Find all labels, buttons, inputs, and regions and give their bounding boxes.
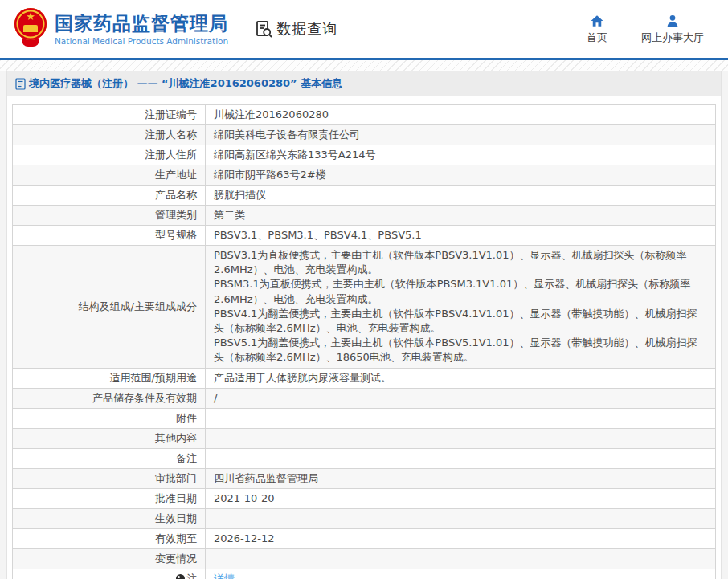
nav-item-home[interactable]: 首页 — [587, 14, 607, 45]
table-row: 注册人名称绵阳美科电子设备有限责任公司 — [13, 125, 716, 145]
table-row: 注册人住所绵阳高新区绵兴东路133号A214号 — [13, 145, 716, 165]
table-row: 备注 — [13, 448, 716, 468]
table-row: 产品名称膀胱扫描仪 — [13, 186, 716, 206]
nav-label-service-hall: 网上办事大厅 — [641, 31, 704, 45]
data-query-label: 数据查询 — [276, 19, 337, 39]
national-emblem-icon: ★ — [14, 8, 47, 50]
row-value — [206, 548, 716, 569]
info-table: 注册证编号川械注准20162060280注册人名称绵阳美科电子设备有限责任公司注… — [12, 104, 716, 579]
row-value: / — [206, 388, 716, 408]
nav-item-service-hall[interactable]: 网上办事大厅 — [641, 14, 704, 45]
row-value: 绵阳高新区绵兴东路133号A214号 — [206, 145, 716, 165]
table-row: 附件 — [13, 408, 716, 428]
row-label: 变更情况 — [13, 548, 206, 569]
user-icon — [665, 14, 680, 28]
table-row: 管理类别第二类 — [13, 206, 716, 226]
row-value: PBSV3.1、PBSM3.1、PBSV4.1、PBSV5.1 — [206, 226, 716, 246]
row-value — [206, 408, 716, 428]
logo-block: ★ 国家药品监督管理局 National Medical Products Ad… — [14, 8, 228, 50]
row-label: 产品储存条件及有效期 — [13, 388, 206, 408]
table-row: 生产地址绵阳市阴平路63号2#楼 — [13, 165, 716, 186]
info-table-body: 注册证编号川械注准20162060280注册人名称绵阳美科电子设备有限责任公司注… — [13, 105, 716, 579]
row-value — [206, 428, 716, 448]
row-value — [206, 508, 716, 528]
row-value: 绵阳美科电子设备有限责任公司 — [206, 125, 716, 145]
row-label: 生产地址 — [13, 165, 206, 186]
row-value: 2021-10-20 — [206, 488, 716, 508]
site-title-block: 国家药品监督管理局 National Medical Products Admi… — [55, 13, 228, 46]
row-value: 膀胱扫描仪 — [206, 186, 716, 206]
table-row: 产品储存条件及有效期/ — [13, 388, 716, 408]
table-row: 结构及组成/主要组成成分PBSV3.1为直板便携式，主要由主机（软件版本PBSV… — [13, 246, 716, 369]
row-label: 附件 — [13, 408, 206, 428]
row-label: 审批部门 — [13, 468, 206, 488]
row-label: 批准日期 — [13, 488, 206, 508]
data-query-button[interactable]: 数据查询 — [254, 19, 337, 39]
row-value: 川械注准20162060280 — [206, 105, 716, 125]
table-row: 有效期至2026-12-12 — [13, 528, 716, 548]
table-row: 注详情 — [13, 569, 716, 579]
row-label: 有效期至 — [13, 528, 206, 548]
breadcrumb-text: 境内医疗器械（注册） —— “川械注准20162060280” 基本信息 — [29, 76, 342, 91]
row-label: 适用范围/预期用途 — [13, 368, 206, 388]
value-line: PBSM3.1为直板便携式，主要由主机（软件版本PBSM3.1V1.01）、显示… — [214, 277, 707, 306]
home-icon — [590, 14, 604, 28]
row-value: 四川省药品监督管理局 — [206, 468, 716, 488]
table-row: 审批部门四川省药品监督管理局 — [13, 468, 716, 488]
table-row: 变更情况 — [13, 548, 716, 569]
row-value: 绵阳市阴平路63号2#楼 — [206, 165, 716, 186]
row-label: 结构及组成/主要组成成分 — [13, 246, 206, 369]
table-row: 型号规格PBSV3.1、PBSM3.1、PBSV4.1、PBSV5.1 — [13, 226, 716, 246]
row-label: 注册人名称 — [13, 125, 206, 145]
nav-label-home: 首页 — [587, 31, 607, 45]
site-title-en: National Medical Products Administration — [55, 36, 228, 46]
row-value: 详情 — [206, 569, 716, 579]
document-icon — [15, 78, 26, 90]
site-title-cn: 国家药品监督管理局 — [55, 13, 228, 34]
content-panel: 境内医疗器械（注册） —— “川械注准20162060280” 基本信息 注册证… — [6, 71, 722, 579]
row-value: 第二类 — [206, 206, 716, 226]
value-line: PBSV4.1为翻盖便携式，主要由主机（软件版本PBSV4.1V1.01）、显示… — [214, 307, 707, 336]
row-value: 产品适用于人体膀胱内尿液容量测试。 — [206, 368, 716, 388]
row-label: 注 — [13, 569, 206, 579]
table-wrap: 注册证编号川械注准20162060280注册人名称绵阳美科电子设备有限责任公司注… — [7, 96, 721, 579]
row-label: 备注 — [13, 448, 206, 468]
row-label: 型号规格 — [13, 226, 206, 246]
document-search-icon — [254, 19, 273, 39]
background-texture — [0, 60, 728, 71]
breadcrumb: 境内医疗器械（注册） —— “川械注准20162060280” 基本信息 — [7, 71, 721, 96]
table-row: 其他内容 — [13, 428, 716, 448]
row-label: 注册证编号 — [13, 105, 206, 125]
row-label: 注册人住所 — [13, 145, 206, 165]
row-label: 生效日期 — [13, 508, 206, 528]
row-value: PBSV3.1为直板便携式，主要由主机（软件版本PBSV3.1V1.01）、显示… — [206, 246, 716, 369]
row-value — [206, 448, 716, 468]
row-label: 其他内容 — [13, 428, 206, 448]
note-icon — [176, 574, 185, 579]
value-line: PBSV3.1为直板便携式，主要由主机（软件版本PBSV3.1V1.01）、显示… — [214, 248, 707, 277]
table-row: 适用范围/预期用途产品适用于人体膀胱内尿液容量测试。 — [13, 368, 716, 388]
table-row: 批准日期2021-10-20 — [13, 488, 716, 508]
row-value: 2026-12-12 — [206, 528, 716, 548]
header-nav: 首页 网上办事大厅 — [587, 14, 704, 45]
value-line: PBSV5.1为翻盖便携式，主要由主机（软件版本PBSV5.1V1.01）、显示… — [214, 336, 707, 365]
table-row: 生效日期 — [13, 508, 716, 528]
row-label: 管理类别 — [13, 206, 206, 226]
details-link[interactable]: 详情 — [214, 573, 235, 579]
table-row: 注册证编号川械注准20162060280 — [13, 105, 716, 125]
row-label: 产品名称 — [13, 186, 206, 206]
header: ★ 国家药品监督管理局 National Medical Products Ad… — [0, 0, 728, 58]
